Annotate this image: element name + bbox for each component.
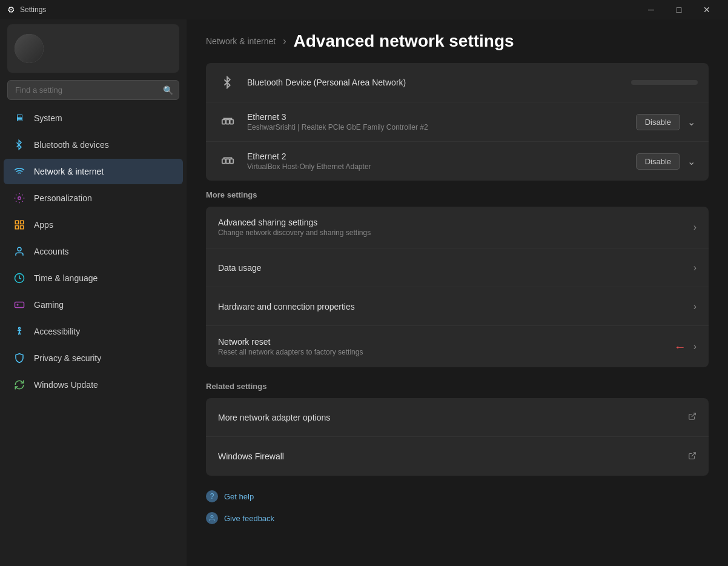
network-reset-title: Network reset — [218, 337, 674, 347]
sidebar-item-bluetooth[interactable]: Bluetooth & devices — [4, 132, 183, 158]
ethernet2-disable-button[interactable]: Disable — [636, 153, 680, 170]
sidebar-label-update: Windows Update — [34, 380, 98, 390]
ethernet2-row[interactable]: Ethernet 2 VirtualBox Host-Only Ethernet… — [206, 142, 709, 181]
sidebar-item-privacy[interactable]: Privacy & security — [4, 345, 183, 371]
data-usage-title: Data usage — [218, 263, 693, 273]
sidebar-item-personalization[interactable]: Personalization — [4, 185, 183, 211]
more-adapter-external-icon — [688, 412, 697, 422]
sidebar: 🔍 🖥 System Bluetooth & devices Network &… — [0, 19, 187, 566]
firewall-row[interactable]: Windows Firewall — [206, 437, 709, 476]
titlebar: ⚙ Settings ─ □ ✕ — [0, 0, 728, 19]
sidebar-label-privacy: Privacy & security — [34, 353, 101, 363]
sidebar-item-accounts[interactable]: Accounts — [4, 239, 183, 264]
minimize-button[interactable]: ─ — [637, 0, 665, 19]
ethernet2-expand-button[interactable]: ⌄ — [685, 153, 698, 170]
sidebar-item-accessibility[interactable]: Accessibility — [4, 319, 183, 344]
sidebar-label-personalization: Personalization — [34, 193, 92, 203]
sidebar-item-gaming[interactable]: Gaming — [4, 292, 183, 318]
search-box: 🔍 — [7, 80, 179, 100]
sidebar-label-gaming: Gaming — [34, 300, 64, 310]
ethernet3-expand-button[interactable]: ⌄ — [685, 114, 698, 130]
advanced-sharing-sub: Change network discovery and sharing set… — [218, 228, 693, 237]
svg-rect-12 — [222, 159, 226, 163]
sidebar-label-network: Network & internet — [34, 167, 104, 176]
get-help-link[interactable]: ? Get help — [206, 488, 709, 505]
ethernet3-text: Ethernet 3 EeshwarSrishti | Realtek PCIe… — [247, 112, 627, 132]
bluetooth-adapter-icon — [217, 72, 239, 93]
sidebar-item-network[interactable]: Network & internet — [4, 159, 183, 184]
bottom-links: ? Get help Give feedback — [187, 478, 728, 536]
search-input[interactable] — [7, 80, 179, 100]
svg-line-16 — [692, 452, 695, 456]
sidebar-item-update[interactable]: Windows Update — [4, 372, 183, 398]
svg-rect-13 — [226, 159, 230, 163]
network-reset-row[interactable]: Network reset Reset all network adapters… — [206, 326, 709, 367]
bluetooth-adapter-actions — [631, 80, 698, 85]
bluetooth-adapter-title: Bluetooth Device (Personal Area Network) — [247, 78, 623, 87]
sidebar-avatar-area — [7, 24, 179, 73]
svg-point-8 — [19, 327, 21, 329]
sidebar-label-accessibility: Accessibility — [34, 327, 80, 336]
close-button[interactable]: ✕ — [693, 0, 721, 19]
hardware-row[interactable]: Hardware and connection properties › — [206, 287, 709, 326]
more-adapter-text: More network adapter options — [218, 413, 688, 422]
svg-point-17 — [211, 516, 213, 518]
network-icon — [13, 165, 25, 178]
svg-point-5 — [18, 247, 21, 251]
svg-rect-7 — [15, 302, 24, 308]
sidebar-item-time[interactable]: Time & language — [4, 265, 183, 291]
ethernet2-text: Ethernet 2 VirtualBox Host-Only Ethernet… — [247, 151, 627, 171]
firewall-title: Windows Firewall — [218, 451, 688, 461]
ethernet2-title: Ethernet 2 — [247, 151, 627, 161]
sidebar-item-system[interactable]: 🖥 System — [4, 105, 183, 131]
give-feedback-label: Give feedback — [224, 514, 274, 523]
search-icon: 🔍 — [163, 85, 173, 95]
bluetooth-icon — [13, 139, 25, 151]
svg-rect-3 — [15, 226, 18, 229]
maximize-button[interactable]: □ — [665, 0, 693, 19]
svg-rect-9 — [222, 119, 226, 124]
advanced-sharing-chevron: › — [693, 222, 697, 233]
breadcrumb[interactable]: Network & internet — [206, 36, 276, 46]
ethernet2-icon — [217, 150, 239, 172]
breadcrumb-separator: › — [283, 36, 286, 47]
sidebar-item-apps[interactable]: Apps — [4, 212, 183, 238]
network-reset-text: Network reset Reset all network adapters… — [218, 337, 674, 356]
bluetooth-adapter-row[interactable]: Bluetooth Device (Personal Area Network) — [206, 63, 709, 102]
svg-rect-14 — [230, 159, 234, 163]
ethernet3-disable-button[interactable]: Disable — [636, 114, 680, 130]
hardware-title: Hardware and connection properties — [218, 302, 693, 311]
data-usage-row[interactable]: Data usage › — [206, 248, 709, 287]
more-settings-label: More settings — [187, 183, 728, 204]
titlebar-title: Settings — [20, 5, 46, 14]
accounts-icon — [13, 245, 25, 258]
main-content: Network & internet › Advanced network se… — [187, 19, 728, 566]
sidebar-label-apps: Apps — [34, 220, 53, 230]
sidebar-label-bluetooth: Bluetooth & devices — [34, 140, 109, 150]
ethernet3-actions: Disable ⌄ — [636, 114, 698, 130]
more-adapter-row[interactable]: More network adapter options — [206, 398, 709, 437]
advanced-sharing-row[interactable]: Advanced sharing settings Change network… — [206, 207, 709, 248]
personalization-icon — [13, 192, 25, 204]
ethernet3-row[interactable]: Ethernet 3 EeshwarSrishti | Realtek PCIe… — [206, 102, 709, 142]
advanced-sharing-title: Advanced sharing settings — [218, 218, 693, 227]
red-arrow-indicator: ← — [674, 340, 686, 354]
avatar — [15, 34, 44, 63]
data-usage-chevron: › — [693, 262, 697, 273]
network-reset-sub: Reset all network adapters to factory se… — [218, 348, 674, 356]
ethernet3-sub: EeshwarSrishti | Realtek PCIe GbE Family… — [247, 123, 627, 132]
get-help-label: Get help — [224, 492, 254, 501]
content-area: 🔍 🖥 System Bluetooth & devices Network &… — [0, 19, 728, 566]
more-adapter-title: More network adapter options — [218, 413, 688, 422]
page-title: Advanced network settings — [294, 32, 514, 51]
data-usage-text: Data usage — [218, 263, 693, 273]
related-settings-card: More network adapter options Windows Fir… — [206, 398, 709, 476]
hardware-text: Hardware and connection properties — [218, 302, 693, 311]
settings-icon: ⚙ — [7, 5, 15, 15]
svg-rect-1 — [15, 221, 18, 224]
titlebar-left: ⚙ Settings — [7, 5, 46, 15]
accessibility-icon — [13, 325, 25, 338]
svg-rect-4 — [21, 226, 24, 229]
sidebar-label-accounts: Accounts — [34, 247, 69, 256]
give-feedback-link[interactable]: Give feedback — [206, 510, 709, 527]
